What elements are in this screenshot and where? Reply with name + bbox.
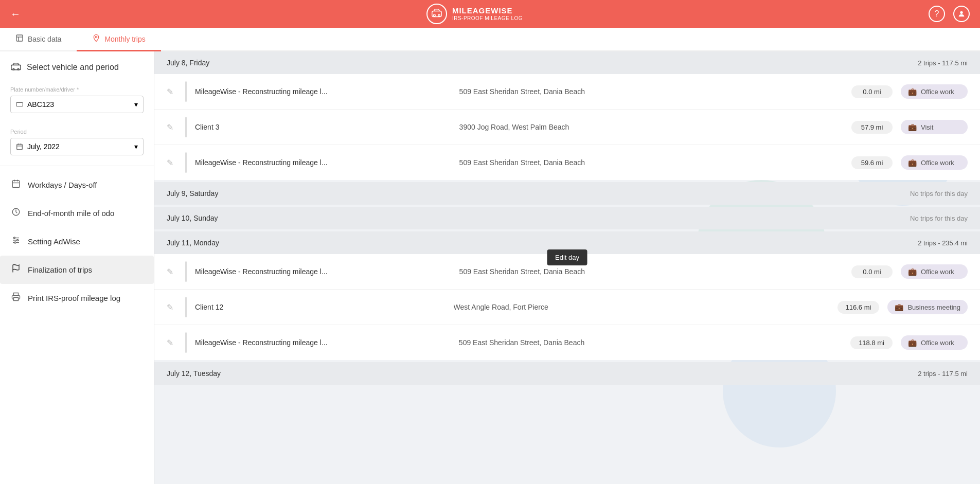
- svg-rect-11: [16, 103, 23, 106]
- day-date-july8: July 8, Friday: [167, 59, 209, 67]
- main-layout: Select vehicle and period Plate number/m…: [0, 51, 980, 484]
- period-value: July, 2022: [27, 142, 60, 151]
- day-summary-july12: 2 trips - 117.5 mi: [918, 370, 968, 378]
- logo-icon: [426, 4, 447, 24]
- back-icon: ←: [10, 8, 21, 20]
- edit-trip-icon[interactable]: ✎: [167, 87, 177, 97]
- trip-purpose-label: Office work: [921, 268, 954, 276]
- sidebar-item-setting-adwise-label: Setting AdWise: [28, 237, 80, 246]
- main-content: July 8, Friday 2 trips - 117.5 mi ✎ Mile…: [154, 51, 980, 484]
- plate-dropdown[interactable]: ABC123 ▾: [10, 96, 144, 113]
- plate-value: ABC123: [27, 100, 54, 109]
- svg-rect-4: [16, 35, 23, 41]
- user-button[interactable]: [953, 6, 970, 22]
- svg-rect-17: [12, 181, 20, 188]
- svg-point-10: [17, 68, 19, 70]
- svg-point-9: [13, 68, 14, 70]
- day-header-july12: July 12, Tuesday 2 trips - 117.5 mi: [154, 362, 980, 385]
- svg-point-27: [14, 242, 16, 243]
- svg-rect-29: [14, 298, 19, 301]
- vehicle-section: Plate number/make/driver * ABC123 ▾: [0, 76, 154, 118]
- trip-purpose: 💼 Office work: [901, 155, 968, 170]
- trip-purpose-label: Visit: [921, 123, 933, 131]
- briefcase-icon: 💼: [908, 87, 917, 96]
- trip-address: 509 East Sheridan Street, Dania Beach: [459, 87, 843, 96]
- sidebar-item-setting-adwise[interactable]: Setting AdWise: [0, 227, 154, 256]
- trip-line: [185, 261, 187, 282]
- period-dropdown-arrow: ▾: [134, 142, 138, 151]
- table-row: ✎ Client 3 3900 Jog Road, West Palm Beac…: [154, 110, 980, 145]
- period-label: Period: [10, 129, 144, 135]
- trip-address: 509 East Sheridan Street, Dania Beach: [459, 158, 843, 167]
- sidebar-item-finalization[interactable]: Finalization of trips: [0, 256, 154, 284]
- sidebar-item-workdays[interactable]: Workdays / Days-off: [0, 171, 154, 199]
- tab-monthly-trips[interactable]: Monthly trips: [77, 28, 161, 51]
- sidebar-item-end-of-month[interactable]: End-of-month mile of odo: [0, 199, 154, 227]
- tabs-bar: Basic data Monthly trips: [0, 28, 980, 51]
- svg-point-2: [438, 14, 440, 16]
- edit-trip-icon[interactable]: ✎: [167, 158, 177, 168]
- trip-line: [185, 152, 187, 173]
- day-date-july9: July 9, Saturday: [167, 189, 218, 198]
- briefcase-icon: 💼: [908, 158, 917, 167]
- plate-label: Plate number/make/driver *: [10, 86, 144, 93]
- svg-point-1: [433, 14, 435, 16]
- period-dropdown[interactable]: July, 2022 ▾: [10, 138, 144, 155]
- help-button[interactable]: ?: [929, 6, 945, 22]
- table-row: ✎ Client 12 West Angle Road, Fort Pierce…: [154, 290, 980, 325]
- trips-july8: ✎ MileageWise - Reconstructing mileage l…: [154, 74, 980, 180]
- day-date-july12: July 12, Tuesday: [167, 369, 221, 378]
- day-header-july11: July 11, Monday 2 trips - 235.4 mi: [154, 231, 980, 254]
- svg-point-7: [96, 36, 97, 38]
- trip-name: MileageWise - Reconstructing mileage l..…: [195, 158, 451, 167]
- edit-trip-icon[interactable]: ✎: [167, 122, 177, 132]
- day-header-july9: July 9, Saturday No trips for this day: [154, 182, 980, 205]
- trip-address: 3900 Jog Road, West Palm Beach: [459, 123, 843, 131]
- edit-trip-icon[interactable]: ✎: [167, 267, 177, 277]
- svg-point-25: [14, 237, 15, 239]
- day-section-july11: July 11, Monday 2 trips - 235.4 mi ✎ Mil…: [154, 231, 980, 360]
- table-row: ✎ MileageWise - Reconstructing mileage l…: [154, 254, 980, 290]
- table-row: ✎ MileageWise - Reconstructing mileage l…: [154, 145, 980, 180]
- day-header-july8: July 8, Friday 2 trips - 117.5 mi: [154, 51, 980, 74]
- sidebar-item-print[interactable]: Print IRS-proof mileage log: [0, 284, 154, 312]
- tab-monthly-trips-label: Monthly trips: [104, 35, 145, 43]
- trip-miles: 118.8 mi: [850, 336, 893, 349]
- back-button[interactable]: ←: [10, 8, 21, 20]
- briefcase-icon: 💼: [908, 338, 917, 347]
- print-icon: [10, 292, 22, 304]
- day-header-july10: July 10, Sunday No trips for this day: [154, 207, 980, 229]
- trip-purpose: 💼 Business meeting: [887, 300, 968, 314]
- trip-name: MileageWise - Reconstructing mileage l..…: [195, 267, 451, 276]
- trip-line: [185, 81, 187, 102]
- day-date-july11: July 11, Monday: [167, 239, 219, 247]
- tab-basic-data[interactable]: Basic data: [0, 28, 77, 51]
- plate-dropdown-arrow: ▾: [134, 100, 138, 109]
- trip-address: 509 East Sheridan Street, Dania Beach: [459, 267, 843, 276]
- briefcase-icon: 💼: [908, 123, 917, 131]
- sidebar: Select vehicle and period Plate number/m…: [0, 51, 154, 484]
- briefcase-icon: 💼: [908, 267, 917, 276]
- workdays-icon: [10, 179, 22, 191]
- logo-name: MILEAGEWISE: [452, 6, 523, 15]
- trip-miles: 0.0 mi: [851, 265, 893, 278]
- edit-trip-icon[interactable]: ✎: [167, 302, 177, 312]
- sidebar-item-finalization-label: Finalization of trips: [28, 265, 92, 274]
- edit-trip-icon[interactable]: ✎: [167, 338, 177, 348]
- trip-miles: 57.9 mi: [851, 121, 893, 134]
- app-logo: MILEAGEWISE IRS-PROOF MILEAGE LOG: [426, 4, 523, 24]
- svg-rect-13: [17, 144, 23, 150]
- app-header: ← MILEAGEWISE IRS-PROOF MILEAGE LOG ?: [0, 0, 980, 28]
- day-date-july10: July 10, Sunday: [167, 214, 218, 222]
- trip-purpose-label: Office work: [921, 88, 954, 96]
- trip-name: Client 12: [195, 303, 446, 311]
- trip-purpose: 💼 Office work: [901, 84, 968, 99]
- period-section: Period July, 2022 ▾: [0, 118, 154, 160]
- day-no-trips-july10: No trips for this day: [910, 214, 968, 222]
- trip-line: [185, 117, 187, 137]
- svg-point-26: [17, 240, 19, 241]
- logo-sub: IRS-PROOF MILEAGE LOG: [452, 15, 523, 22]
- day-no-trips-july9: No trips for this day: [910, 190, 968, 198]
- trip-line: [185, 332, 187, 353]
- trip-address: 509 East Sheridan Street, Dania Beach: [459, 338, 842, 347]
